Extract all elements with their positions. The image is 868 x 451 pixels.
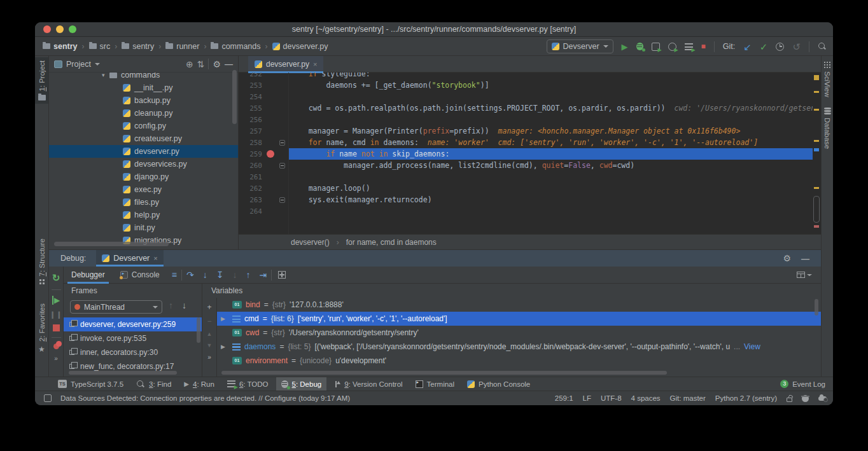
toolwindow-button-todo[interactable]: 6: TODO [222, 377, 274, 391]
breadcrumb-statement[interactable]: for name, cmd in daemons [346, 238, 437, 247]
breadcrumb-item[interactable]: sentry [43, 42, 78, 51]
gutter[interactable] [262, 91, 291, 102]
variable-row[interactable]: bind = {str} '127.0.0.1:8888' [217, 298, 821, 312]
close-tab-icon[interactable]: × [313, 60, 317, 68]
line-number[interactable]: 262 [239, 183, 262, 195]
breakpoint-icon[interactable] [267, 150, 274, 158]
next-frame-button[interactable]: ↓ [182, 300, 186, 310]
view-link[interactable]: View [744, 342, 760, 351]
layout-settings-button[interactable] [797, 272, 812, 278]
variables-horizontal-scrollbar[interactable] [221, 371, 667, 375]
sidebar-item-database[interactable]: Database [822, 104, 833, 152]
show-execution-point-button[interactable]: ≡ [167, 270, 181, 280]
evaluate-expression-button[interactable] [278, 271, 286, 279]
gutter[interactable] [262, 114, 291, 125]
variables-vertical-scrollbar[interactable] [815, 299, 818, 316]
editor-tab-devserver[interactable]: devserver.py × [248, 56, 323, 73]
status-item[interactable]: Python 2.7 (sentry) [715, 394, 777, 402]
gutter[interactable] [262, 125, 291, 137]
gutter[interactable] [262, 183, 291, 194]
fold-marker-icon[interactable] [279, 140, 285, 146]
variable-row[interactable]: environment = {unicode} u'development' [217, 354, 821, 368]
force-step-into-button[interactable]: ↧ [212, 270, 228, 280]
line-number[interactable]: 256 [239, 114, 262, 126]
breadcrumb-item[interactable]: devserver.py [272, 42, 328, 51]
toolwindow-button-typescript[interactable]: TypeScript 3.7.5 [53, 377, 129, 391]
gutter[interactable] [262, 73, 291, 80]
editor-marker-strip[interactable] [813, 73, 821, 234]
move-down-button[interactable]: ▼ [207, 342, 213, 349]
add-watch-button[interactable]: + [207, 303, 211, 312]
gear-icon[interactable]: ⚙ [783, 253, 791, 263]
collapse-arrow-icon[interactable]: ▾ [102, 73, 105, 78]
status-item[interactable]: Git: master [670, 394, 706, 402]
project-file-row[interactable]: createuser.py [49, 132, 238, 145]
debug-session-tab[interactable]: Devserver × [96, 250, 163, 267]
line-number[interactable]: 258 [239, 137, 262, 149]
editor-vertical-scrollbar[interactable] [813, 196, 820, 223]
event-log-button[interactable]: 3 Event Log [780, 380, 825, 388]
toolwindow-button-debug[interactable]: 5: Debug [276, 377, 327, 391]
remove-watch-button[interactable]: − [207, 317, 211, 326]
move-up-button[interactable]: ▲ [207, 331, 213, 337]
git-update-button[interactable]: ↙ [743, 42, 752, 52]
locate-file-icon[interactable]: ⊕ [186, 59, 193, 69]
git-history-button[interactable] [776, 43, 784, 51]
gutter[interactable] [262, 205, 291, 217]
cloud-settings-icon[interactable] [818, 396, 827, 401]
line-number[interactable]: 257 [239, 126, 262, 137]
git-commit-button[interactable]: ✓ [760, 42, 768, 52]
status-message[interactable]: Data Sources Detected: Connection proper… [60, 394, 350, 402]
variable-row[interactable]: ▶daemons = {list: 5} [('webpack', ['/Use… [217, 340, 821, 354]
status-item[interactable]: LF [583, 394, 591, 402]
toolwindow-button-terminal[interactable]: Terminal [410, 377, 459, 391]
stop-button[interactable]: ■ [701, 43, 706, 50]
breadcrumb-item[interactable]: runner [165, 42, 199, 51]
project-file-row[interactable]: help.py [49, 209, 238, 221]
step-into-button[interactable]: ↓ [199, 270, 212, 280]
status-item[interactable]: UTF-8 [601, 394, 622, 402]
breadcrumb-function[interactable]: devserver() [291, 238, 330, 247]
gear-icon[interactable]: ⚙ [213, 59, 221, 69]
search-everywhere-button[interactable] [818, 42, 827, 51]
line-number[interactable]: 253 [239, 80, 262, 92]
git-revert-button[interactable]: ↺ [792, 42, 801, 52]
gutter[interactable] [262, 171, 291, 183]
line-number[interactable]: 260 [239, 160, 262, 172]
breadcrumb-item[interactable]: sentry [122, 42, 154, 51]
toolwindow-button-find[interactable]: 3: Find [131, 377, 176, 391]
fold-marker-icon[interactable] [279, 163, 285, 169]
lock-icon[interactable] [787, 398, 792, 402]
line-number[interactable]: 264 [239, 206, 262, 218]
project-folder-row[interactable]: ▾commands [49, 73, 238, 81]
code-area[interactable]: 252 if styleguide:253 daemons += [_get_d… [239, 73, 821, 234]
run-button[interactable]: ▶ [622, 43, 628, 51]
run-configuration-select[interactable]: Devserver [547, 39, 613, 53]
hide-panel-icon[interactable]: — [225, 59, 233, 69]
sidebar-item-sciview[interactable]: SciView [822, 59, 833, 101]
run-with-coverage-button[interactable] [652, 43, 660, 51]
gutter[interactable] [262, 102, 291, 114]
toolwindow-button-python[interactable]: Python Console [462, 377, 535, 391]
sidebar-item-favorites[interactable]: 2: Favorites ★ [35, 300, 48, 357]
line-number[interactable]: 261 [239, 172, 262, 183]
thread-select[interactable]: MainThread [70, 300, 162, 314]
view-breakpoints-button[interactable] [53, 343, 59, 349]
project-file-row[interactable]: exec.py [49, 183, 238, 196]
project-file-row[interactable]: cleanup.py [49, 107, 238, 120]
hide-panel-icon[interactable]: — [801, 254, 809, 263]
stack-frame-row[interactable]: invoke, core.py:535 [64, 331, 202, 345]
project-vertical-scrollbar[interactable] [232, 70, 237, 124]
sidebar-item-structure[interactable]: 7: Structure [35, 235, 48, 288]
stack-frame-row[interactable]: devserver, devserver.py:259 [64, 317, 202, 331]
stack-frame-row[interactable]: inner, decorators.py:30 [64, 345, 202, 359]
tab-console[interactable]: Console [113, 267, 167, 284]
frames-vertical-scrollbar[interactable] [197, 317, 200, 343]
step-out-button[interactable]: ↑ [241, 270, 255, 280]
variable-row[interactable]: cwd = {str} '/Users/ryanskonnord/getsent… [217, 326, 821, 340]
project-file-row[interactable]: backup.py [49, 94, 238, 107]
tab-debugger[interactable]: Debugger [64, 267, 113, 284]
fold-marker-icon[interactable] [279, 197, 285, 203]
breadcrumb-item[interactable]: commands [211, 42, 260, 51]
resume-button[interactable]: ▶ [52, 296, 60, 305]
